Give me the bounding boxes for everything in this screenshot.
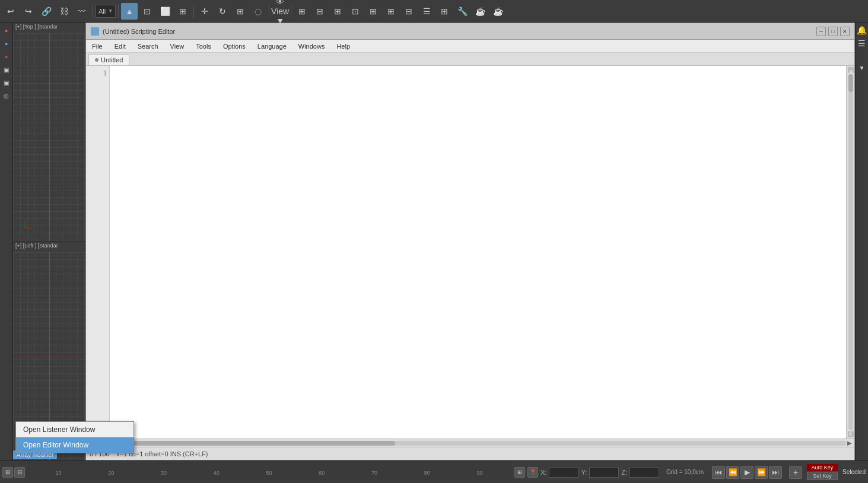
snap-toggle-btn[interactable]: 📍 [527,467,538,478]
go-start-button[interactable]: ⏮ [712,466,725,479]
go-end-button[interactable]: ⏭ [769,466,782,479]
add-keyframe-button[interactable]: + [789,466,802,479]
menu-view[interactable]: View [167,42,188,51]
mirror-button[interactable]: ⊞ [383,3,399,20]
bottom-icon-1[interactable]: ⊞ [2,467,13,478]
timeline-area[interactable]: 10 20 30 40 50 60 70 80 90 [27,461,511,483]
lasso-select-button[interactable]: ⊞ [174,3,191,20]
play-button[interactable]: ▶ [740,466,753,479]
v-scrollbar-track[interactable] [848,74,853,430]
tick-90: 90 [453,469,506,476]
tick-30: 30 [138,469,190,476]
table-button[interactable]: ⊡ [347,3,364,20]
h-scrollbar-thumb[interactable] [94,441,395,446]
coord-area: ⊞ 📍 X: Y: Z: [511,467,663,478]
left-tool-1[interactable]: ● [1,24,12,36]
menu-search[interactable]: Search [134,42,162,51]
left-tool-4[interactable]: ▣ [1,63,12,75]
script-editor-body: 1 ▲ ▼ [86,66,854,438]
script-tabs: Untitled [86,53,854,66]
right-tool-notif[interactable]: 🔔 [856,24,868,36]
top-toolbar: ↩ ↪ 🔗 ⛓ 〰 All ▼ ▲ ⊡ ⬜ ⊞ ✛ ↻ ⊞ ◌ 👁 View ▼… [0,0,868,23]
link-button[interactable]: 🔗 [38,3,55,20]
close-button[interactable]: ✕ [840,27,850,36]
right-tool-arrow[interactable]: ▼ [856,62,868,74]
script-menubar: File Edit Search View Tools Options Lang… [86,40,854,53]
v-scrollbar-thumb[interactable] [848,74,853,92]
view-dropdown-btn[interactable]: 👁 View ▼ [272,3,288,20]
line-numbers: 1 [86,66,110,438]
context-open-editor[interactable]: Open Editor Window [16,437,133,453]
viewport-top-label: [+] [Top ] [Standar [15,24,58,30]
set-key-button[interactable]: Set Key [807,472,838,480]
left-tool-2[interactable]: ● [1,37,12,49]
vertical-scrollbar[interactable]: ▲ ▼ [846,66,854,438]
context-open-listener[interactable]: Open Listener Window [16,422,133,437]
menu-file[interactable]: File [88,42,106,51]
tab-untitled[interactable]: Untitled [88,54,129,65]
h-scrollbar-track[interactable] [94,441,846,446]
grid-button[interactable]: ⊞ [329,3,346,20]
fence-select-button[interactable]: ⬜ [157,3,173,20]
menu-tools[interactable]: Tools [192,42,215,51]
snap2-button[interactable]: ⊟ [311,3,328,20]
rotate-button[interactable]: ↻ [214,3,231,20]
bottom-icon-2[interactable]: ⊟ [14,467,25,478]
align-button[interactable]: ☰ [418,3,435,20]
menu-help[interactable]: Help [333,42,354,51]
step-forward-button[interactable]: ⏩ [755,466,768,479]
menu-options[interactable]: Options [220,42,249,51]
tick-70: 70 [348,469,401,476]
auto-key-button[interactable]: Auto Key [807,464,838,471]
bind-button[interactable]: 〰 [74,3,90,20]
right-tool-list[interactable]: ☰ [856,37,868,49]
menu-windows[interactable]: Windows [295,42,329,51]
y-input[interactable] [589,467,619,478]
separator-3 [193,5,194,18]
redo-button[interactable]: ↪ [20,3,37,20]
undo-button[interactable]: ↩ [2,3,19,20]
z-input[interactable] [629,467,659,478]
select-region-button[interactable]: ⊡ [139,3,155,20]
script-editor-window: (Untitled) Scripting Editor ─ □ ✕ File E… [85,23,855,460]
step-back-button[interactable]: ⏪ [726,466,739,479]
tick-60: 60 [295,469,348,476]
scroll-right-arrow[interactable]: ▶ [846,440,853,447]
array-button[interactable]: ⊟ [400,3,417,20]
select-object-button[interactable]: ◌ [250,3,266,20]
left-tool-3[interactable]: ● [1,50,12,62]
x-input[interactable] [549,467,578,478]
viewport-top[interactable]: [+] [Top ] [Standar X Y [13,23,85,242]
minimize-button[interactable]: ─ [816,27,826,36]
scrollbar-down-arrow[interactable]: ▼ [848,431,854,437]
tab-dot [95,58,98,62]
selection-dropdown[interactable]: All ▼ [96,5,116,18]
line-num-1: 1 [88,68,107,79]
dropdown-arrow-icon: ▼ [108,8,113,14]
separator-1 [93,5,93,18]
tool2-button[interactable]: ☕ [472,3,488,20]
transform-mode-btn[interactable]: ⊞ [514,467,525,478]
z-label: Z: [621,469,627,476]
menu-edit[interactable]: Edit [111,42,129,51]
horizontal-scrollbar[interactable]: ◀ ▶ [86,438,854,447]
maximize-button[interactable]: □ [828,27,838,36]
editor-content[interactable] [110,66,846,438]
tool1-button[interactable]: 🔧 [454,3,470,20]
unlink-button[interactable]: ⛓ [56,3,72,20]
left-toolbar: ● ● ● ▣ ▣ ◎ [0,23,13,460]
dropdown-value: All [98,8,106,15]
separator-5 [291,5,291,18]
tick-40: 40 [190,469,243,476]
scale-button[interactable]: ⊞ [232,3,249,20]
left-tool-5[interactable]: ▣ [1,77,12,88]
left-tool-6[interactable]: ◎ [1,90,12,101]
distribute-button[interactable]: ⊞ [436,3,453,20]
menu-language[interactable]: Language [254,42,290,51]
tool3-button[interactable]: ☕ [489,3,506,20]
select-arrow-button[interactable]: ▲ [121,3,138,20]
snap-button[interactable]: ⊞ [294,3,310,20]
columns-button[interactable]: ⊞ [365,3,381,20]
move-button[interactable]: ✛ [196,3,213,20]
scrollbar-up-arrow[interactable]: ▲ [848,67,854,73]
